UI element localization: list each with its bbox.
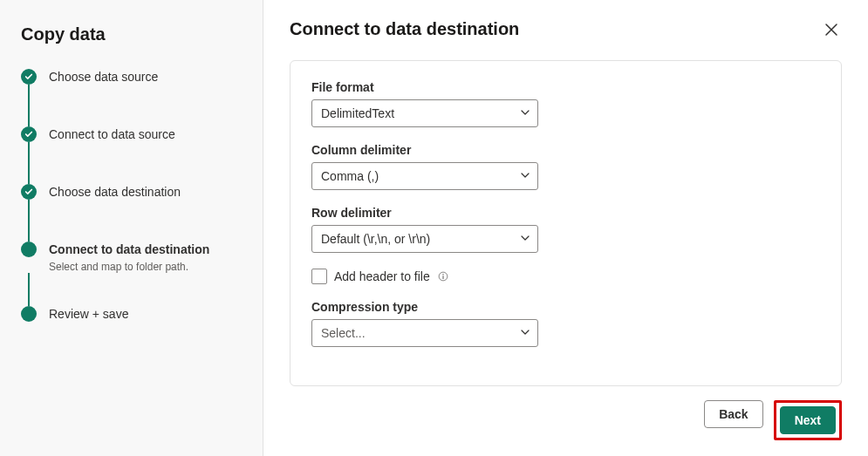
field-file-format: File format DelimitedText xyxy=(311,80,538,127)
step-label: Choose data destination xyxy=(49,184,181,200)
step-choose-data-source[interactable]: Choose data source xyxy=(21,69,242,85)
compression-type-label: Compression type xyxy=(311,300,538,314)
footer-actions: Back Next xyxy=(290,386,842,440)
svg-rect-2 xyxy=(442,276,443,279)
row-delimiter-value: Default (\r,\n, or \r\n) xyxy=(321,232,430,246)
add-header-checkbox[interactable] xyxy=(311,269,327,284)
svg-point-1 xyxy=(442,274,443,275)
step-label: Connect to data source xyxy=(49,126,175,142)
main-panel: Connect to data destination File format … xyxy=(263,0,868,456)
column-delimiter-select[interactable]: Comma (,) xyxy=(311,162,538,190)
check-icon xyxy=(21,126,37,142)
field-compression-type: Compression type Select... xyxy=(311,300,538,347)
step-review-save[interactable]: Review + save xyxy=(21,306,242,322)
pending-step-icon xyxy=(21,306,37,322)
column-delimiter-label: Column delimiter xyxy=(311,143,538,157)
next-button-highlight: Next xyxy=(774,400,842,440)
close-icon xyxy=(824,23,838,37)
step-label: Choose data source xyxy=(49,69,158,85)
wizard-sidebar: Copy data Choose data source Connect to … xyxy=(0,0,263,456)
field-column-delimiter: Column delimiter Comma (,) xyxy=(311,143,538,190)
page-title: Connect to data destination xyxy=(290,19,519,39)
step-sublabel: Select and map to folder path. xyxy=(49,261,209,273)
add-header-label: Add header to file xyxy=(334,269,430,283)
chevron-down-icon xyxy=(520,326,530,340)
compression-type-value: Select... xyxy=(321,326,366,340)
step-choose-data-destination[interactable]: Choose data destination xyxy=(21,184,242,200)
column-delimiter-value: Comma (,) xyxy=(321,169,379,183)
file-format-value: DelimitedText xyxy=(321,106,394,120)
sidebar-title: Copy data xyxy=(21,24,242,44)
step-connector xyxy=(28,142,30,184)
wizard-steps: Choose data source Connect to data sourc… xyxy=(21,69,242,322)
step-connector xyxy=(28,200,30,242)
chevron-down-icon xyxy=(520,232,530,246)
step-connect-to-data-destination[interactable]: Connect to data destination Select and m… xyxy=(21,242,242,273)
file-format-select[interactable]: DelimitedText xyxy=(311,99,538,127)
field-add-header: Add header to file xyxy=(311,269,820,284)
step-connect-to-data-source[interactable]: Connect to data source xyxy=(21,126,242,142)
chevron-down-icon xyxy=(520,169,530,183)
compression-type-select[interactable]: Select... xyxy=(311,319,538,347)
current-step-icon xyxy=(21,242,37,257)
check-icon xyxy=(21,69,37,85)
field-row-delimiter: Row delimiter Default (\r,\n, or \r\n) xyxy=(311,206,538,253)
step-connector xyxy=(28,85,30,126)
step-label: Review + save xyxy=(49,306,128,322)
close-button[interactable] xyxy=(821,19,842,43)
chevron-down-icon xyxy=(520,106,530,120)
info-icon[interactable] xyxy=(437,270,449,282)
step-label: Connect to data destination xyxy=(49,242,209,257)
check-icon xyxy=(21,184,37,200)
file-format-label: File format xyxy=(311,80,538,94)
row-delimiter-select[interactable]: Default (\r,\n, or \r\n) xyxy=(311,225,538,253)
next-button[interactable]: Next xyxy=(780,406,836,434)
step-connector xyxy=(28,273,30,306)
back-button[interactable]: Back xyxy=(704,400,762,428)
form-card: File format DelimitedText Column delimit… xyxy=(290,60,842,386)
row-delimiter-label: Row delimiter xyxy=(311,206,538,220)
